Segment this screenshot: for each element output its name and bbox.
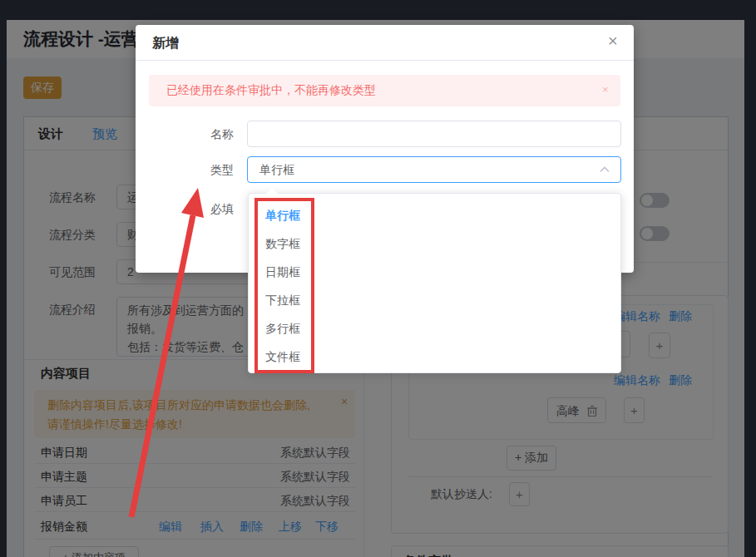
field-name-label: 名称 xyxy=(169,127,234,142)
field-required-label: 必填 xyxy=(169,202,234,217)
modal-title: 新增 xyxy=(152,35,179,52)
type-locked-alert: 已经使用在条件审批中，不能再修改类型 × xyxy=(149,75,620,106)
alert-text: 已经使用在条件审批中，不能再修改类型 xyxy=(166,83,376,98)
selected-type-value: 单行框 xyxy=(259,163,294,176)
field-type-label: 类型 xyxy=(169,163,234,178)
app-root: 流程设计 -运营 保存 设计 预览 流程名称 运 流程分类 财 可见范围 2 流… xyxy=(0,0,756,557)
modal-header-divider xyxy=(136,60,634,61)
dropdown-pointer xyxy=(266,188,278,194)
chevron-up-icon xyxy=(600,166,610,173)
modal-close-icon[interactable]: × xyxy=(608,32,618,51)
alert-close-icon[interactable]: × xyxy=(602,83,609,96)
field-type-select[interactable]: 单行框 xyxy=(247,156,621,183)
annotation-highlight-rect xyxy=(254,198,314,373)
field-name-input[interactable] xyxy=(247,121,621,147)
